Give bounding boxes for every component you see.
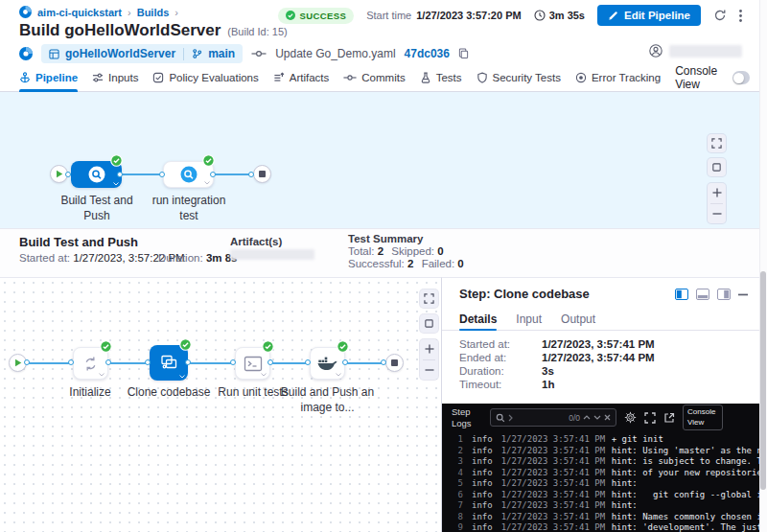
status-badge: SUCCESS [278,8,354,24]
chevron-down-icon[interactable] [593,415,601,420]
fullscreen-icon[interactable] [420,289,438,308]
copy-icon[interactable] [458,48,469,59]
fit-to-screen-icon[interactable] [420,314,438,333]
repo-branch-chip[interactable]: goHelloWorldServer main [41,44,243,63]
zoom-out-button[interactable] [708,204,726,224]
connector-dot [230,359,236,365]
initialize-sync-icon [81,355,100,373]
edit-pipeline-button[interactable]: Edit Pipeline [597,5,701,26]
log-timestamp: 1/27/2023 3:57:41 PM [501,478,599,490]
log-message: hint: Using 'master' as the name for th [612,446,759,457]
connector-dot [68,359,74,365]
step-details-panel: Step: Clone codebase Details Input Outpu… [441,277,759,532]
tab-security-tests[interactable]: Security Tests [476,64,561,92]
zoom-out-button[interactable] [420,360,438,381]
log-timestamp: 1/27/2023 3:57:41 PM [501,500,599,512]
chevron-down-icon [261,373,267,377]
console-header: Step Logs 0/0 Console [442,404,759,431]
log-line-number: 6 [452,490,463,501]
console-view-toggle[interactable] [732,71,750,84]
triggered-by [649,44,742,58]
tab-output[interactable]: Output [561,309,595,330]
scrollbar-track[interactable] [759,0,767,532]
fullscreen-icon[interactable] [644,412,656,424]
log-timestamp: 1/27/2023 3:57:41 PM [501,468,599,479]
zoom-controls [420,339,438,380]
breadcrumb-chevron-icon: › [128,7,131,18]
log-line: 2info1/27/2023 3:57:41 PMhint: Using 'ma… [452,446,759,457]
tab-input[interactable]: Input [516,309,542,330]
layout-split-right-icon[interactable] [675,289,688,300]
tab-inputs[interactable]: Inputs [92,64,138,92]
step-panel-tabs: Details Input Output [442,309,759,331]
git-branch-icon [192,48,202,59]
log-line-number: 7 [452,500,463,512]
ci-stage-icon [179,165,198,184]
stage-duration: Duration: 3m 8s [158,252,237,264]
tab-policy-evaluations[interactable]: Policy Evaluations [152,64,258,92]
execution-end-node[interactable] [385,354,404,372]
zoom-in-button[interactable] [420,339,438,359]
scrollbar-thumb[interactable] [760,271,766,490]
tab-pipeline[interactable]: Pipeline [19,64,78,92]
commit-message[interactable]: Update Go_Demo.yaml [275,47,395,60]
tab-tests[interactable]: Tests [420,64,462,92]
stage-label-build-test-push[interactable]: Build Test and Push [54,194,140,223]
step-label-initialize[interactable]: Initialize [52,385,128,401]
tab-details[interactable]: Details [459,309,497,330]
layout-right-docked-icon[interactable] [717,289,731,300]
log-line: 7info1/27/2023 3:57:41 PMhint: [452,500,759,512]
step-label-build-push-image[interactable]: Build and Push an image to... [279,385,376,415]
commit-sha-link[interactable]: 47dc036 [405,47,450,60]
log-line-number: 2 [452,446,463,457]
connector-dot [185,359,191,365]
stage-label-run-integration-test[interactable]: run integration test [146,194,232,223]
connector-dot [381,359,386,365]
stage-success-badge [202,154,215,167]
minimize-icon[interactable] [738,293,748,296]
connector-dot [210,172,216,177]
kebab-menu-icon[interactable] [739,10,742,22]
chevron-down-icon [99,373,105,377]
external-link-icon[interactable] [663,412,675,424]
console-view-button[interactable]: Console View [683,405,723,430]
step-success-badge [100,340,112,353]
shield-icon [476,72,488,83]
chevron-down-icon [336,373,341,377]
check-circle-icon [286,11,295,20]
zoom-in-button[interactable] [708,183,726,203]
breadcrumb-builds[interactable]: Builds [137,7,170,18]
pipeline-end-node[interactable] [253,165,271,183]
breadcrumb-project[interactable]: aim-ci-quickstart [37,7,122,18]
log-message: hint: Names commonly chosen instead of [612,512,759,523]
repo-name[interactable]: goHelloWorldServer [65,47,175,60]
execution-graph-canvas[interactable]: Initialize Clone codebase Run unit tests… [0,277,441,532]
log-level: info [472,434,493,446]
close-icon[interactable] [604,414,611,421]
log-line: 6info1/27/2023 3:57:41 PMhint: git confi… [452,490,759,501]
tab-commits[interactable]: Commits [343,64,405,92]
step-label-clone-codebase[interactable]: Clone codebase [126,385,212,401]
stage-graph-canvas[interactable]: Build Test and Push run integration test [0,92,767,228]
field-started-at: Started at: 1/27/2023, 3:57:41 PM [459,338,655,352]
branch-name[interactable]: main [208,47,235,60]
fullscreen-icon[interactable] [708,134,726,152]
stage-details-strip: Build Test and Push Started at: 1/27/202… [0,228,767,277]
tab-error-tracking[interactable]: Error Tracking [575,64,661,92]
chevron-down-icon [113,182,119,186]
chevron-up-icon[interactable] [583,415,591,420]
log-lines[interactable]: 1info1/27/2023 3:57:41 PM+ git init 2inf… [442,431,759,532]
settings-gear-icon[interactable] [624,411,637,424]
refresh-icon[interactable] [713,9,727,22]
breadcrumb: aim-ci-quickstart › Builds › [19,6,178,18]
divider [183,48,184,60]
tab-artifacts[interactable]: Artifacts [273,64,330,92]
build-meta-row: goHelloWorldServer main Update Go_Demo.y… [19,44,469,63]
fit-to-screen-icon[interactable] [708,158,726,176]
layout-bottom-icon[interactable] [696,289,709,300]
log-line-number: 1 [452,434,463,446]
log-level: info [472,512,493,523]
log-message: hint: [612,500,759,512]
log-search-input[interactable]: 0/0 [490,408,616,427]
log-line: 3info1/27/2023 3:57:41 PMhint: is subjec… [452,456,759,468]
